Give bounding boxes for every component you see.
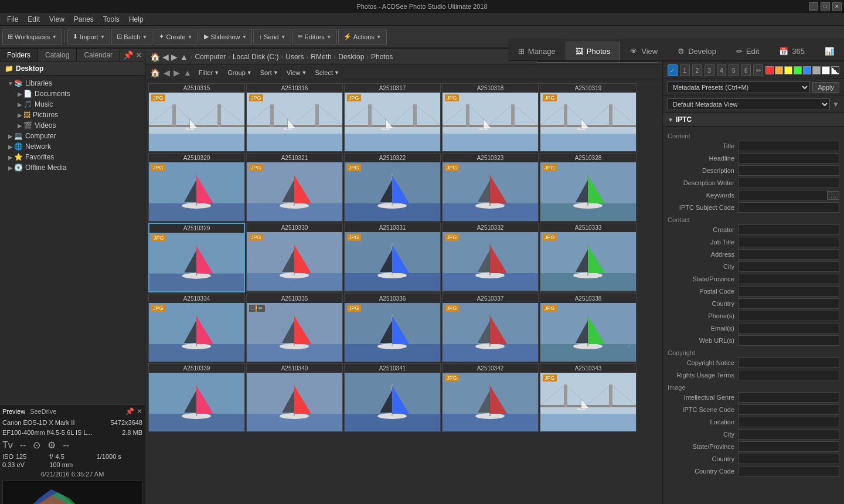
- photo-cell-A2510330[interactable]: A2510330JPG: [246, 223, 343, 292]
- image-state-input[interactable]: [738, 441, 839, 452]
- bc-computer[interactable]: Computer: [195, 53, 226, 61]
- rp-btn-5[interactable]: 5: [729, 64, 738, 76]
- editors-button[interactable]: ✏ Editors ▼: [292, 29, 337, 45]
- tab-develop[interactable]: ⚙ Develop: [668, 42, 726, 60]
- tree-item-music[interactable]: ▶ 🎵 Music: [0, 99, 145, 110]
- rp-btn-1[interactable]: 1: [680, 64, 690, 76]
- slideshow-button[interactable]: ▶ Slideshow ▼: [199, 29, 252, 45]
- menu-help[interactable]: Help: [124, 14, 148, 25]
- minimize-button[interactable]: _: [809, 2, 818, 11]
- workspaces-button[interactable]: ⊞ Workspaces ▼: [2, 29, 62, 45]
- rights-usage-input[interactable]: [738, 370, 839, 380]
- country-code-input[interactable]: [738, 466, 839, 476]
- email-input[interactable]: [738, 323, 839, 333]
- tab-preview[interactable]: Preview: [2, 408, 25, 415]
- desktop-label[interactable]: Desktop: [16, 64, 43, 73]
- postal-input[interactable]: [738, 286, 839, 297]
- tab-photos[interactable]: 🖼 Photos: [566, 42, 620, 60]
- metadata-preset-select[interactable]: Metadata Presets (Ctrl+M): [668, 81, 810, 93]
- tab-charts[interactable]: 📊: [815, 42, 844, 60]
- photo-cell-A2510318[interactable]: A2510318JPG: [442, 83, 539, 152]
- color-blue[interactable]: [803, 66, 811, 74]
- actions-button[interactable]: ⚡ Actions ▼: [338, 29, 387, 45]
- menu-panes[interactable]: Panes: [69, 14, 98, 25]
- up-button[interactable]: ▲: [180, 52, 188, 62]
- photo-cell-A2510342[interactable]: A2510342JPG: [442, 363, 539, 432]
- tree-item-libraries[interactable]: ▼ 📚 Libraries: [0, 78, 145, 88]
- panel-close-icon[interactable]: ✕: [135, 50, 142, 60]
- address-input[interactable]: [738, 249, 839, 260]
- preview-pin-icon[interactable]: 📌: [125, 407, 134, 416]
- metadata-view-select[interactable]: Default Metadata View: [668, 98, 830, 110]
- photo-cell-A2510341[interactable]: A2510341: [344, 363, 441, 432]
- tree-expand-videos[interactable]: ▶: [16, 122, 23, 129]
- photo-cell-A2510320[interactable]: A2510320JPG: [148, 153, 245, 222]
- photo-cell-A2510335[interactable]: A2510335JPG□✏: [246, 294, 343, 362]
- image-country-input[interactable]: [738, 454, 839, 464]
- color-white[interactable]: [822, 66, 830, 74]
- nav-home-icon[interactable]: 🏠: [150, 68, 160, 77]
- tab-folders[interactable]: Folders: [0, 49, 38, 62]
- creator-input[interactable]: [738, 224, 839, 235]
- rp-btn-2[interactable]: 2: [692, 64, 702, 76]
- maximize-button[interactable]: □: [821, 2, 830, 11]
- tab-catalog[interactable]: Catalog: [38, 49, 77, 62]
- tree-expand-libraries[interactable]: ▼: [7, 80, 14, 87]
- tab-365[interactable]: 📅 365: [769, 42, 815, 60]
- home-button[interactable]: 🏠: [150, 52, 160, 62]
- bc-rmeth[interactable]: RMeth: [311, 53, 331, 61]
- weburl-input[interactable]: [738, 335, 839, 346]
- tree-item-pictures[interactable]: ▶ 🖼 Pictures: [0, 110, 145, 120]
- import-button[interactable]: ⬇ Import ▼: [67, 29, 110, 45]
- tab-edit[interactable]: ✏ Edit: [726, 42, 769, 60]
- color-red[interactable]: [765, 66, 774, 74]
- view-button[interactable]: View ▼: [283, 68, 311, 77]
- city-input[interactable]: [738, 261, 839, 272]
- photo-cell-A2510321[interactable]: A2510321JPG: [246, 153, 343, 222]
- tree-expand-network[interactable]: ▶: [7, 144, 14, 150]
- photo-cell-A2510322[interactable]: A2510322JPG: [344, 153, 441, 222]
- apply-button[interactable]: Apply: [812, 82, 839, 93]
- select-button[interactable]: Select ▼: [311, 68, 343, 77]
- tree-expand-favorites[interactable]: ▶: [7, 154, 14, 161]
- close-button[interactable]: ✕: [832, 2, 842, 11]
- bc-localdisk[interactable]: Local Disk (C:): [233, 53, 279, 61]
- bc-desktop[interactable]: Desktop: [338, 53, 364, 61]
- tree-item-documents[interactable]: ▶ 📄 Documents: [0, 88, 145, 99]
- keywords-input[interactable]: [738, 190, 828, 200]
- menu-tools[interactable]: Tools: [98, 14, 124, 25]
- photo-cell-A2510334[interactable]: A2510334JPG: [148, 294, 245, 362]
- sort-button[interactable]: Sort ▼: [257, 68, 282, 77]
- tab-seedrive[interactable]: SeeDrive: [30, 408, 56, 415]
- color-yellow[interactable]: [784, 66, 792, 74]
- photo-cell-A2510340[interactable]: A2510340: [246, 363, 343, 432]
- state-input[interactable]: [738, 274, 839, 284]
- nav-back-icon[interactable]: ◀: [164, 68, 170, 77]
- tree-item-network[interactable]: ▶ 🌐 Network: [0, 141, 145, 152]
- iptc-section-header[interactable]: ▼ IPTC: [663, 113, 844, 127]
- color-none[interactable]: [831, 66, 839, 74]
- tab-calendar[interactable]: Calendar: [77, 49, 120, 62]
- photo-cell-A2510319[interactable]: A2510319JPG: [540, 83, 637, 152]
- desc-writer-input[interactable]: [738, 178, 839, 188]
- headline-input[interactable]: [738, 153, 839, 164]
- photo-cell-A2510323[interactable]: A2510323JPG: [442, 153, 539, 222]
- color-green[interactable]: [794, 66, 802, 74]
- photo-cell-A2510333[interactable]: A2510333JPG: [540, 223, 637, 292]
- send-button[interactable]: ↑ Send ▼: [253, 29, 291, 45]
- photo-cell-A2510339[interactable]: A2510339: [148, 363, 245, 432]
- job-title-input[interactable]: [738, 237, 839, 247]
- menu-file[interactable]: File: [2, 14, 23, 25]
- photo-cell-A2510329[interactable]: A2510329JPG: [148, 223, 245, 292]
- copyright-notice-input[interactable]: [738, 357, 839, 368]
- tree-expand-pictures[interactable]: ▶: [16, 112, 23, 118]
- tree-item-videos[interactable]: ▶ 🎬 Videos: [0, 120, 145, 131]
- filter-button[interactable]: Filter ▼: [195, 68, 223, 77]
- tree-item-computer[interactable]: ▶ 💻 Computer: [0, 131, 145, 141]
- photo-cell-A2510338[interactable]: A2510338JPG ✓: [540, 294, 637, 362]
- color-orange[interactable]: [775, 66, 783, 74]
- country-input[interactable]: [738, 298, 839, 309]
- description-input[interactable]: [738, 165, 839, 176]
- bc-users[interactable]: Users: [285, 53, 304, 61]
- more-icon[interactable]: --: [63, 440, 69, 451]
